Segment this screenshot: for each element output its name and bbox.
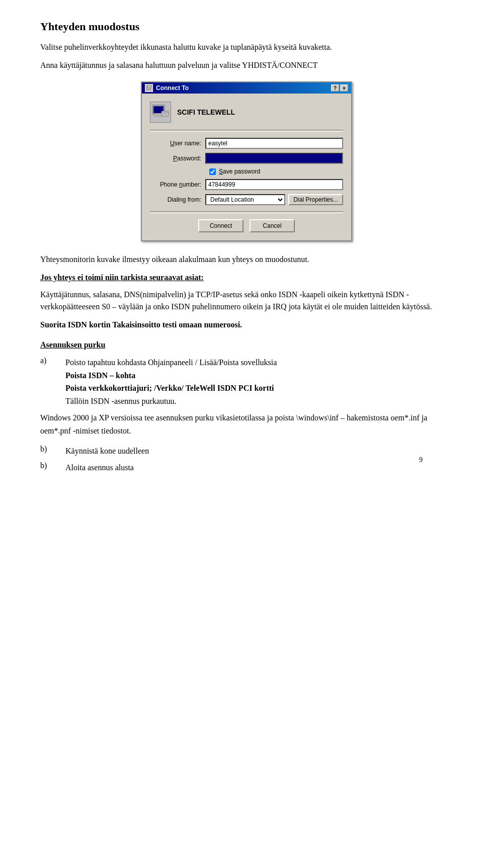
close-button[interactable]: × [340,84,348,92]
after-dialog-text: Yhteysmonitorin kuvake ilmestyy oikeaan … [40,253,453,266]
save-password-row: Save password [150,168,343,175]
save-password-checkbox[interactable] [209,168,216,175]
username-label: User name: [150,140,205,147]
list-content-b2: Aloita asennus alusta [65,461,453,474]
svg-rect-6 [162,111,169,116]
dialog-action-buttons: Connect Cancel [150,219,343,232]
dial-properties-button[interactable]: Dial Properties... [288,194,343,205]
section2-heading: Jos yhteys ei toimi niin tarkista seuraa… [40,272,453,284]
username-label-text: User name: [170,140,201,147]
list-content-a: Poisto tapahtuu kohdasta Ohjainpaneeli /… [65,356,453,407]
list-label-b2: b) [40,461,65,474]
list-item-b2: b) Aloita asennus alusta [40,461,453,474]
section2-text: Käyttäjätunnus, salasana, DNS(nimipalvel… [40,289,453,313]
section3-heading: Asennuksen purku [40,339,453,351]
page-heading: Yhteyden muodostus [40,20,453,33]
dialing-select[interactable]: Default Location [205,194,285,205]
section2-bold-text: Suorita ISDN kortin Takaisinsoitto testi… [40,320,242,329]
dialing-label-text: Dialing from: [168,196,201,203]
password-row: Password: [150,153,343,164]
page-number: 9 [419,456,423,464]
save-password-label: Save password [219,168,260,175]
list-label-a: a) [40,356,65,407]
section3-a-end: Tällöin ISDN -asennus purkautuu. [65,397,176,405]
titlebar-left: Connect To [145,84,189,92]
section3-b-text: Käynnistä kone uudelleen [65,447,149,455]
help-button[interactable]: ? [331,84,339,92]
password-label: Password: [150,155,205,162]
dialog-title-icon [145,84,153,92]
phone-row: Phone number: [150,179,343,190]
username-input[interactable] [205,138,343,149]
list-item-a: a) Poisto tapahtuu kohdasta Ohjainpaneel… [40,356,453,407]
dialing-label: Dialing from: [150,196,205,203]
separator-bottom-2 [150,213,343,213]
section3-a-bold1: Poista ISDN – kohta [65,371,135,380]
svg-rect-1 [147,85,151,88]
intro-paragraph-2: Anna käyttäjätunnus ja salasana haluttuu… [40,59,453,71]
separator-bottom [150,211,343,212]
intro-paragraph-1: Valitse puhelinverkkoyhteydet ikkunasta … [40,41,453,53]
phone-input[interactable] [205,179,343,190]
connect-button[interactable]: Connect [198,219,244,232]
dialog-body: SCIFI TELEWELL User name: Password: [142,94,351,240]
list-item-b: b) Käynnistä kone uudelleen [40,445,453,458]
list-label-b: b) [40,445,65,458]
section3-a-text: Poisto tapahtuu kohdasta Ohjainpaneeli /… [65,358,277,367]
service-name: SCIFI TELEWELL [177,108,235,116]
phone-label-text: Phone number: [160,181,201,188]
list-content-b: Käynnistä kone uudelleen [65,445,453,458]
section3-windows: Windows 2000 ja XP versioissa tee asennu… [40,411,453,437]
service-row: SCIFI TELEWELL [150,102,343,123]
dialog-title-text: Connect To [156,84,189,92]
dialog-container: Connect To ? × [40,81,453,241]
cancel-button[interactable]: Cancel [250,219,295,232]
password-input[interactable] [205,153,343,164]
phone-label: Phone number: [150,181,205,188]
svg-rect-4 [155,114,162,116]
separator-top [150,130,343,130]
separator-top-2 [150,131,343,132]
dialing-row: Dialing from: Default Location Dial Prop… [150,194,343,205]
section3-b2-text: Aloita asennus alusta [65,463,134,472]
service-icon [150,102,171,123]
titlebar-buttons: ? × [331,84,348,92]
connect-to-dialog: Connect To ? × [141,81,352,241]
username-row: User name: [150,138,343,149]
dialog-titlebar: Connect To ? × [142,82,351,94]
section3-a-bold2: Poista verkkokorttiajuri; /Verkko/ TeleW… [65,384,274,392]
section2-bold: Suorita ISDN kortin Takaisinsoitto testi… [40,319,453,331]
password-label-text: Password: [173,155,201,162]
